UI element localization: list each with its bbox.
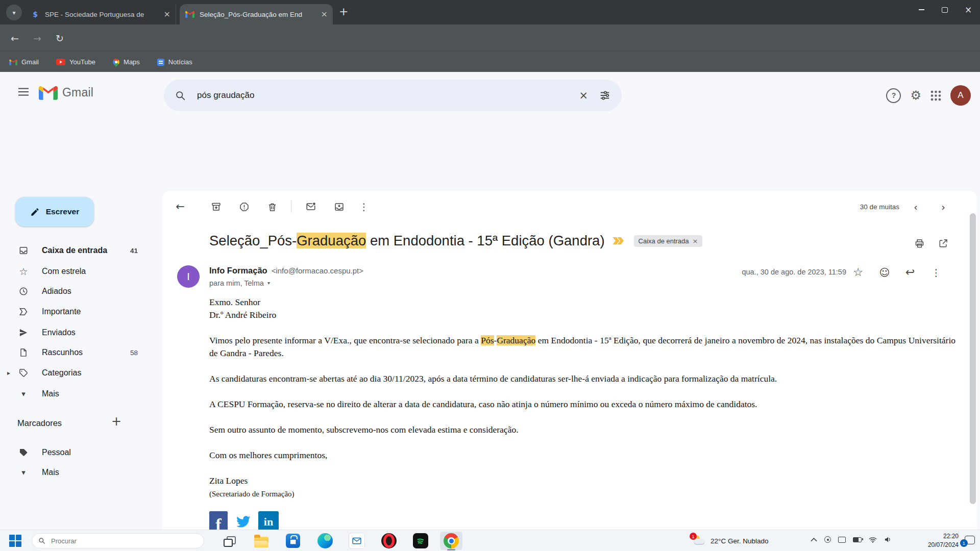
spotify-icon (413, 533, 428, 548)
sidebar-item-sent[interactable]: Enviados (0, 323, 154, 342)
archive-icon[interactable] (208, 199, 224, 214)
battery-icon[interactable] (853, 537, 862, 542)
scrollbar[interactable] (970, 213, 976, 504)
volume-icon[interactable] (884, 536, 892, 543)
settings-gear-icon[interactable]: ⚙ (910, 89, 921, 102)
task-view-button[interactable] (221, 533, 237, 549)
open-in-new-icon[interactable] (936, 236, 951, 251)
draft-count: 58 (130, 349, 138, 357)
bookmark-maps[interactable]: Maps (113, 58, 140, 66)
star-message-icon[interactable]: ☆ (850, 264, 866, 281)
sidebar-item-snoozed[interactable]: Adiados (0, 282, 154, 301)
more-options-kebab-icon[interactable]: ⋮ (356, 199, 372, 214)
spe-favicon-icon: $ (30, 11, 40, 18)
reload-button[interactable]: ↻ (52, 31, 67, 46)
show-details-chevron-icon[interactable]: ▾ (267, 281, 270, 286)
taskbar-weather-widget[interactable]: 1 22°C Ger. Nublado (692, 533, 769, 549)
label-tag-icon (17, 447, 30, 458)
taskbar-search[interactable] (32, 533, 204, 548)
report-spam-icon[interactable] (236, 199, 252, 214)
newer-message-chevron-icon[interactable]: ‹ (909, 200, 923, 214)
chrome-button[interactable] (443, 533, 459, 549)
search-highlight: Graduação (497, 335, 535, 345)
browser-tab-gmail-active[interactable]: Seleção_Pós-Graduação em End × (180, 4, 333, 24)
print-icon[interactable] (912, 236, 927, 251)
close-window-button[interactable]: × (957, 0, 980, 19)
clear-search-icon[interactable]: × (579, 90, 588, 101)
notification-count-badge: 1 (960, 539, 968, 547)
paragraph-4: Sem outro assunto de momento, subscrevem… (209, 423, 955, 436)
remove-label-icon[interactable]: × (693, 238, 698, 244)
tray-overflow-chevron-icon[interactable] (811, 537, 817, 542)
store-bag-icon (286, 534, 300, 548)
bookmark-news[interactable]: Notícias (157, 58, 192, 66)
gmail-search-bar[interactable]: × (164, 80, 622, 111)
file-explorer-button[interactable] (253, 533, 270, 549)
bookmark-gmail[interactable]: Gmail (9, 58, 39, 66)
gmail-logo[interactable]: Gmail (39, 85, 93, 100)
compose-button[interactable]: Escrever (15, 197, 94, 227)
mail-app-button[interactable] (349, 533, 365, 549)
maximize-button[interactable] (933, 0, 957, 19)
mark-unread-icon[interactable] (303, 199, 318, 214)
account-avatar[interactable]: A (950, 85, 971, 106)
minimize-button[interactable] (910, 0, 933, 19)
sidebar-item-more[interactable]: ▾ Mais (0, 384, 154, 404)
message-more-kebab-icon[interactable]: ⋮ (928, 264, 944, 281)
inbox-label-chip[interactable]: Caixa de entrada× (634, 235, 703, 247)
back-to-list-icon[interactable]: ← (173, 199, 188, 214)
browser-tab-spe[interactable]: $ SPE - Sociedade Portuguesa de × (25, 4, 176, 24)
sidebar-label-personal[interactable]: Pessoal (0, 443, 154, 462)
sidebar-item-label: Mais (42, 468, 59, 477)
clock-date: 20/07/2024 (913, 541, 959, 549)
paragraph-5: Com os melhores cumprimentos, (209, 449, 955, 462)
sidebar-labels-more[interactable]: ▾ Mais (0, 463, 154, 482)
bookmark-youtube[interactable]: YouTube (56, 58, 95, 66)
create-label-plus-icon[interactable]: + (111, 415, 121, 428)
reply-icon[interactable]: ↩ (902, 264, 918, 281)
search-highlight: Pós (481, 335, 494, 345)
tab-search-button[interactable]: ▾ (6, 5, 22, 20)
main-menu-hamburger-icon[interactable] (18, 91, 29, 92)
sidebar-item-label: Mais (42, 389, 59, 398)
wifi-icon[interactable] (869, 537, 877, 543)
new-tab-button[interactable]: + (339, 6, 348, 17)
system-tray (811, 536, 892, 543)
chevron-down-icon: ▾ (17, 469, 30, 477)
start-button-icon[interactable] (9, 535, 21, 547)
back-button[interactable]: ← (7, 31, 22, 46)
sidebar-item-label: Adiados (42, 287, 71, 296)
sidebar-item-inbox[interactable]: Caixa de entrada 41 (0, 241, 154, 260)
expand-chevron-icon[interactable]: ▸ (7, 370, 10, 376)
delete-trash-icon[interactable] (264, 199, 280, 214)
sidebar-item-important[interactable]: Importante (0, 302, 154, 321)
sidebar-item-drafts[interactable]: Rascunhos 58 (0, 343, 154, 362)
recipients-line[interactable]: para mim, Telma ▾ (209, 279, 270, 287)
search-filters-tune-icon[interactable] (599, 90, 610, 101)
move-to-icon[interactable] (331, 199, 347, 214)
sidebar-item-label: Rascunhos (42, 348, 83, 357)
google-apps-grid-icon[interactable] (930, 90, 941, 101)
search-icon[interactable] (175, 90, 186, 101)
bookmark-label: Maps (124, 58, 140, 66)
tab-title: SPE - Sociedade Portuguesa de (45, 11, 160, 18)
older-message-chevron-icon[interactable]: › (936, 200, 950, 214)
close-tab-icon[interactable]: × (164, 10, 170, 18)
opera-button[interactable] (381, 533, 397, 549)
help-icon[interactable]: ? (886, 88, 901, 103)
sidebar-item-categories[interactable]: ▸ Categorias (0, 363, 154, 383)
tray-display-icon[interactable] (838, 537, 846, 543)
sender-avatar[interactable]: I (177, 265, 200, 288)
spotify-button[interactable] (412, 533, 429, 549)
sidebar-item-starred[interactable]: ☆ Com estrela (0, 262, 154, 281)
close-tab-icon[interactable]: × (321, 10, 328, 18)
taskbar-search-input[interactable] (50, 537, 180, 545)
edge-button[interactable] (317, 533, 333, 549)
taskbar-clock[interactable]: 22:20 20/07/2024 (913, 532, 959, 549)
microsoft-store-button[interactable] (285, 533, 301, 549)
notification-center-icon[interactable]: 1 (965, 536, 975, 544)
emoji-reaction-icon[interactable]: ☺ (876, 264, 893, 281)
search-input[interactable] (196, 90, 579, 101)
forward-button[interactable]: → (30, 31, 45, 46)
tray-record-icon[interactable] (824, 536, 831, 543)
